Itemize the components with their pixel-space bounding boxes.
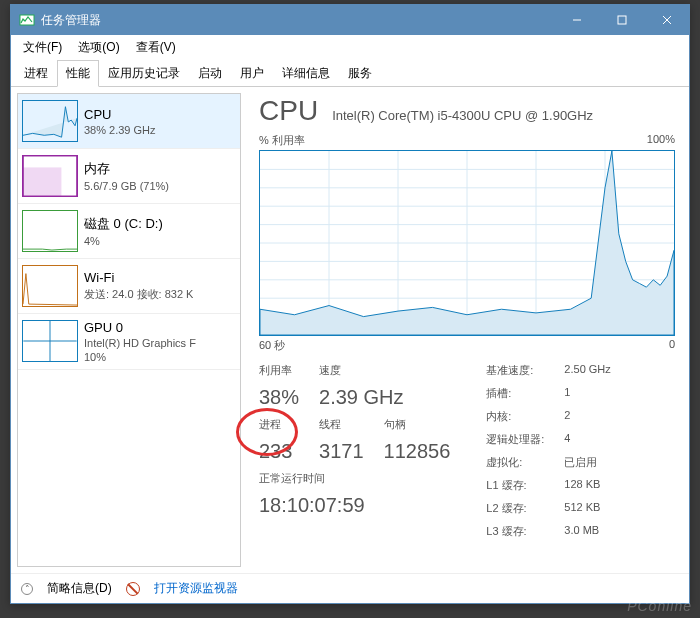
- tab-performance[interactable]: 性能: [57, 60, 99, 87]
- sidebar-item-sub: 发送: 24.0 接收: 832 K: [84, 287, 193, 302]
- tab-users[interactable]: 用户: [231, 60, 273, 87]
- disk-thumb: [22, 210, 78, 252]
- wifi-thumb: [22, 265, 78, 307]
- sidebar-item-label: 磁盘 0 (C: D:): [84, 215, 163, 233]
- tab-app-history[interactable]: 应用历史记录: [99, 60, 189, 87]
- handle-label: 句柄: [384, 417, 451, 432]
- page-title: CPU: [259, 95, 318, 127]
- sidebar-item-memory[interactable]: 内存 5.6/7.9 GB (71%): [18, 149, 240, 204]
- l1-label: L1 缓存:: [486, 478, 544, 493]
- chart-ymax: 100%: [647, 133, 675, 148]
- chart-xleft: 60 秒: [259, 338, 285, 353]
- sidebar-item-wifi[interactable]: Wi-Fi 发送: 24.0 接收: 832 K: [18, 259, 240, 314]
- footer: ˄ 简略信息(D) 打开资源监视器: [11, 573, 689, 603]
- task-manager-icon: [19, 12, 35, 28]
- lproc-value: 4: [564, 432, 610, 447]
- resmon-icon: [126, 582, 140, 596]
- thread-label: 线程: [319, 417, 364, 432]
- memory-thumb: [22, 155, 78, 197]
- sidebar-item-cpu[interactable]: CPU 38% 2.39 GHz: [18, 94, 240, 149]
- sidebar-item-disk[interactable]: 磁盘 0 (C: D:) 4%: [18, 204, 240, 259]
- util-value: 38%: [259, 386, 299, 409]
- l2-value: 512 KB: [564, 501, 610, 516]
- sidebar-item-label: CPU: [84, 107, 156, 122]
- sidebar-item-sub: 4%: [84, 235, 163, 247]
- sidebar-item-label: Wi-Fi: [84, 270, 193, 285]
- thread-value: 3171: [319, 440, 364, 463]
- close-button[interactable]: [644, 5, 689, 35]
- sidebar-item-sub2: 10%: [84, 351, 196, 363]
- open-resmon-link[interactable]: 打开资源监视器: [154, 580, 238, 597]
- minimize-button[interactable]: [554, 5, 599, 35]
- virt-value: 已启用: [564, 455, 610, 470]
- proc-label: 进程: [259, 417, 299, 432]
- sidebar: CPU 38% 2.39 GHz 内存 5.6/7.9 GB (71%): [17, 93, 241, 567]
- sidebar-item-sub: Intel(R) HD Graphics F: [84, 337, 196, 349]
- cores-label: 内核:: [486, 409, 544, 424]
- tab-details[interactable]: 详细信息: [273, 60, 339, 87]
- uptime-label: 正常运行时间: [259, 471, 450, 486]
- svg-rect-5: [23, 167, 61, 196]
- l3-label: L3 缓存:: [486, 524, 544, 539]
- cpu-thumb: [22, 100, 78, 142]
- util-label: 利用率: [259, 363, 299, 378]
- svg-rect-2: [618, 16, 626, 24]
- virt-label: 虚拟化:: [486, 455, 544, 470]
- menu-file[interactable]: 文件(F): [15, 35, 70, 60]
- main-panel: CPU Intel(R) Core(TM) i5-4300U CPU @ 1.9…: [241, 87, 689, 573]
- handle-value: 112856: [384, 440, 451, 463]
- l3-value: 3.0 MB: [564, 524, 610, 539]
- proc-value: 233: [259, 440, 299, 463]
- menu-options[interactable]: 选项(O): [70, 35, 127, 60]
- base-label: 基准速度:: [486, 363, 544, 378]
- sockets-label: 插槽:: [486, 386, 544, 401]
- base-value: 2.50 GHz: [564, 363, 610, 378]
- l1-value: 128 KB: [564, 478, 610, 493]
- chart-ylabel: % 利用率: [259, 133, 305, 148]
- sidebar-item-sub: 5.6/7.9 GB (71%): [84, 180, 169, 192]
- tab-services[interactable]: 服务: [339, 60, 381, 87]
- tab-startup[interactable]: 启动: [189, 60, 231, 87]
- speed-label: 速度: [319, 363, 364, 378]
- tab-processes[interactable]: 进程: [15, 60, 57, 87]
- lproc-label: 逻辑处理器:: [486, 432, 544, 447]
- menu-view[interactable]: 查看(V): [128, 35, 184, 60]
- cores-value: 2: [564, 409, 610, 424]
- menubar: 文件(F) 选项(O) 查看(V): [11, 35, 689, 60]
- speed-value: 2.39 GHz: [319, 386, 450, 409]
- l2-label: L2 缓存:: [486, 501, 544, 516]
- sidebar-item-sub: 38% 2.39 GHz: [84, 124, 156, 136]
- window-title: 任务管理器: [41, 12, 554, 29]
- uptime-value: 18:10:07:59: [259, 494, 450, 517]
- task-manager-window: 任务管理器 文件(F) 选项(O) 查看(V) 进程 性能 应用历史记录 启动 …: [10, 4, 690, 604]
- chevron-up-icon[interactable]: ˄: [21, 583, 33, 595]
- cpu-chart[interactable]: [259, 150, 675, 336]
- sidebar-item-gpu[interactable]: GPU 0 Intel(R) HD Graphics F 10%: [18, 314, 240, 370]
- sidebar-item-label: GPU 0: [84, 320, 196, 335]
- titlebar[interactable]: 任务管理器: [11, 5, 689, 35]
- maximize-button[interactable]: [599, 5, 644, 35]
- sidebar-item-label: 内存: [84, 160, 169, 178]
- chart-xright: 0: [669, 338, 675, 353]
- gpu-thumb: [22, 320, 78, 362]
- tabs: 进程 性能 应用历史记录 启动 用户 详细信息 服务: [11, 60, 689, 87]
- fewer-details-link[interactable]: 简略信息(D): [47, 580, 112, 597]
- cpu-name: Intel(R) Core(TM) i5-4300U CPU @ 1.90GHz: [332, 108, 593, 123]
- sockets-value: 1: [564, 386, 610, 401]
